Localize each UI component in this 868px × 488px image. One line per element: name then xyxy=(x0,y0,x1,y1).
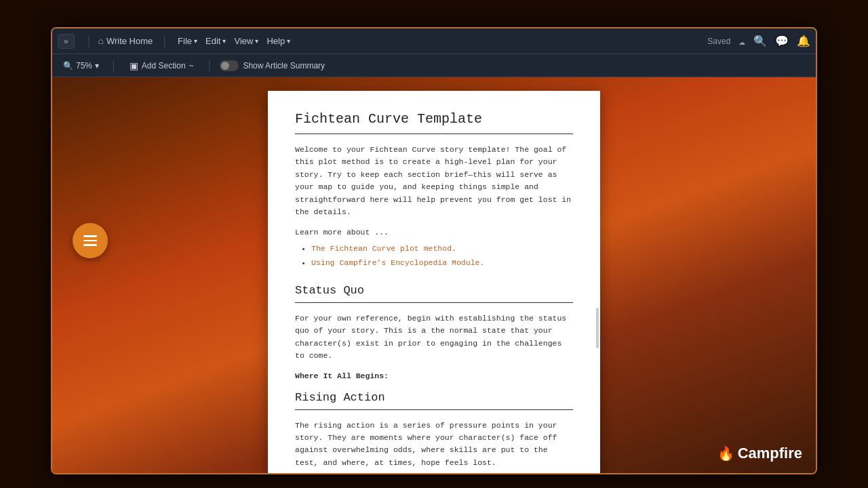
file-menu[interactable]: File ▾ xyxy=(178,36,197,46)
logo-text: Campfire xyxy=(738,445,802,462)
campfire-logo: 🔥 Campfire xyxy=(717,445,802,462)
zoom-control[interactable]: 🔍 75% ▾ xyxy=(59,59,103,73)
status-quo-title: Status Quo xyxy=(295,284,573,297)
scrollbar[interactable] xyxy=(596,308,599,348)
status-quo-body: For your own reference, begin with estab… xyxy=(295,312,573,363)
encyclopedia-link[interactable]: Using Campfire's Encyclopedia Module. xyxy=(311,258,484,267)
nav-right-section: Saved ☁ 🔍 💬 🔔 xyxy=(707,35,810,48)
learn-more-list: The Fichtean Curve plot method. Using Ca… xyxy=(295,242,573,270)
content-area: Fichtean Curve Template Welcome to your … xyxy=(52,77,816,473)
help-menu[interactable]: Help ▾ xyxy=(267,36,290,46)
cloud-icon[interactable]: ☁ xyxy=(738,35,745,48)
flame-icon: 🔥 xyxy=(717,445,734,462)
bell-icon[interactable]: 🔔 xyxy=(797,35,810,48)
home-icon: ⌂ xyxy=(98,36,104,47)
toggle-label: Show Article Summary xyxy=(243,61,325,70)
floating-menu-button[interactable] xyxy=(73,223,108,258)
fichtean-curve-link[interactable]: The Fichtean Curve plot method. xyxy=(311,244,456,253)
search-icon[interactable]: 🔍 xyxy=(753,35,767,48)
browser-frame: » | ⌂ Write Home | File ▾ Edit ▾ View ▾ … xyxy=(51,27,817,474)
status-quo-subsection: Where It All Begins: xyxy=(295,370,573,382)
zoom-level: 75% xyxy=(76,61,92,70)
view-menu-chevron: ▾ xyxy=(255,37,258,45)
document-intro: Welcome to your Fichtean Curve story tem… xyxy=(295,144,573,218)
rising-action-divider xyxy=(295,409,573,410)
toggle-switch[interactable] xyxy=(220,60,239,71)
zoom-chevron: ▾ xyxy=(95,61,99,70)
write-home-link[interactable]: Write Home xyxy=(106,36,153,46)
learn-more-label: Learn more about ... xyxy=(295,228,573,237)
rising-action-body1: The rising action is a series of pressur… xyxy=(295,420,573,470)
show-article-summary-toggle[interactable]: Show Article Summary xyxy=(220,60,325,71)
zoom-icon: 🔍 xyxy=(63,61,73,70)
list-item: The Fichtean Curve plot method. xyxy=(311,242,573,256)
add-section-button[interactable]: ▣ Add Section ~ xyxy=(124,58,199,73)
saved-status: Saved xyxy=(707,37,730,46)
edit-menu[interactable]: Edit ▾ xyxy=(205,36,226,46)
collapse-button[interactable]: » xyxy=(58,34,75,49)
add-section-label: Add Section xyxy=(142,61,186,70)
menu-lines-icon xyxy=(83,235,97,246)
file-menu-chevron: ▾ xyxy=(194,37,197,45)
toolbar: 🔍 75% ▾ | ▣ Add Section ~ | Show Article… xyxy=(52,54,816,77)
where-it-all-begins-label: Where It All Begins: xyxy=(295,371,389,380)
nav-separator-1: | xyxy=(85,35,93,48)
help-menu-chevron: ▾ xyxy=(287,37,290,45)
add-section-arrow: ~ xyxy=(189,61,194,70)
document-title: Fichtean Curve Template xyxy=(295,111,573,127)
add-section-icon: ▣ xyxy=(130,60,138,71)
chat-icon[interactable]: 💬 xyxy=(775,35,789,48)
title-divider xyxy=(295,134,573,134)
rising-action-title: Rising Action xyxy=(295,391,573,404)
nav-separator-2: | xyxy=(161,35,168,48)
edit-menu-chevron: ▾ xyxy=(222,37,226,45)
view-menu[interactable]: View ▾ xyxy=(234,36,258,46)
toolbar-separator: | xyxy=(110,59,117,73)
nav-bar: » | ⌂ Write Home | File ▾ Edit ▾ View ▾ … xyxy=(52,28,816,54)
list-item: Using Campfire's Encyclopedia Module. xyxy=(311,256,573,270)
status-quo-divider xyxy=(295,302,573,303)
toolbar-separator-2: | xyxy=(206,59,214,73)
document-paper: Fichtean Curve Template Welcome to your … xyxy=(268,91,600,473)
